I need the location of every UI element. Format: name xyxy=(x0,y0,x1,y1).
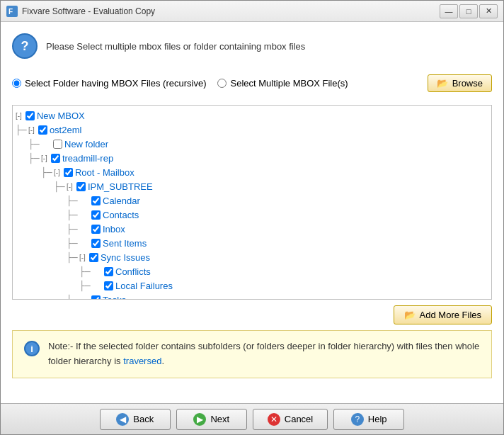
minimize-button[interactable]: — xyxy=(440,4,458,18)
tree-item: ├─Sent Items xyxy=(16,236,488,250)
radio-files-label[interactable]: Select Multiple MBOX File(s) xyxy=(217,78,348,89)
tree-checkbox[interactable] xyxy=(104,267,113,276)
next-label: Next xyxy=(210,414,229,424)
add-more-row: 📂 Add More Files xyxy=(12,305,492,324)
tree-checkbox[interactable] xyxy=(91,196,101,205)
tree-item-label: Calendar xyxy=(103,196,140,206)
add-more-icon: 📂 xyxy=(404,310,416,320)
header-text: Please Select multiple mbox files or fol… xyxy=(46,41,305,52)
bottom-bar: ◀ Back ▶ Next ✕ Cancel ? Help xyxy=(1,403,503,434)
expand-icon[interactable]: [-] xyxy=(54,169,60,176)
back-icon: ◀ xyxy=(116,413,129,426)
note-text-part2: . xyxy=(161,356,164,366)
tree-item-label: Local Failures xyxy=(115,281,173,291)
tree-item-label: Conflicts xyxy=(115,266,151,277)
header-section: ? Please Select multiple mbox files or f… xyxy=(12,33,492,59)
expand-icon[interactable]: [-] xyxy=(79,254,86,261)
restore-button[interactable]: □ xyxy=(459,4,478,18)
tree-item: ├─[-]treadmill-rep xyxy=(16,151,488,165)
help-button[interactable]: ? Help xyxy=(333,409,404,430)
radio-files[interactable] xyxy=(217,79,227,88)
tree-item-label: New MBOX xyxy=(37,111,85,121)
tree-checkbox[interactable] xyxy=(89,253,98,262)
browse-icon: 📂 xyxy=(437,78,448,89)
tree-item: ├─Contacts xyxy=(16,208,488,222)
tree-checkbox[interactable] xyxy=(76,182,86,191)
note-text: Note:- If the selected folder contains s… xyxy=(48,339,480,369)
content-area: ? Please Select multiple mbox files or f… xyxy=(1,22,503,403)
tree-item-label: treadmill-rep xyxy=(62,153,113,164)
back-button[interactable]: ◀ Back xyxy=(100,409,171,430)
tree-checkbox[interactable] xyxy=(91,225,101,234)
tree-checkbox[interactable] xyxy=(91,295,101,300)
expand-icon[interactable]: [-] xyxy=(67,183,73,191)
help-icon: ? xyxy=(351,413,364,426)
add-more-label: Add More Files xyxy=(420,310,481,320)
tree-item: ├─[-]Root - Mailbox xyxy=(16,165,488,179)
expand-icon[interactable]: [-] xyxy=(41,154,47,162)
tree-checkbox[interactable] xyxy=(53,140,62,149)
radio-folder-text: Select Folder having MBOX Files (recursi… xyxy=(25,78,206,89)
tree-checkbox[interactable] xyxy=(91,239,101,248)
note-icon: i xyxy=(24,341,40,356)
tree-item: ├─New folder xyxy=(16,137,488,151)
window-title: Fixvare Software - Evaluation Copy xyxy=(22,6,155,16)
back-label: Back xyxy=(133,414,154,424)
tree-item: ├─Local Failures xyxy=(16,278,488,293)
tree-checkbox[interactable] xyxy=(104,281,113,290)
radio-folder-label[interactable]: Select Folder having MBOX Files (recursi… xyxy=(12,78,206,89)
cancel-button[interactable]: ✕ Cancel xyxy=(253,409,328,430)
tree-item: [-]New MBOX xyxy=(16,108,488,123)
expand-icon[interactable]: [-] xyxy=(16,112,22,120)
tree-item: ├─Tasks xyxy=(16,293,488,300)
cancel-label: Cancel xyxy=(285,414,313,424)
tree-item-label: ost2eml xyxy=(50,125,82,135)
header-icon: ? xyxy=(12,33,38,59)
title-bar-controls: — □ ✕ xyxy=(440,4,498,18)
options-row: Select Folder having MBOX Files (recursi… xyxy=(12,70,492,96)
tree-item: ├─[-]IPM_SUBTREE xyxy=(16,179,488,193)
tree-panel[interactable]: [-]New MBOX├─[-]ost2eml├─New folder├─[-]… xyxy=(12,105,492,300)
tree-item: ├─[-]ost2eml xyxy=(16,123,488,137)
tree-checkbox[interactable] xyxy=(38,125,47,135)
tree-item-label: Root - Mailbox xyxy=(75,167,134,178)
radio-files-text: Select Multiple MBOX File(s) xyxy=(230,78,348,89)
tree-item: ├─[-]Sync Issues xyxy=(16,250,488,264)
tree-item-label: Inbox xyxy=(103,224,125,235)
tree-checkbox[interactable] xyxy=(91,210,101,220)
next-icon: ▶ xyxy=(193,413,206,426)
note-text-part1: Note:- If the selected folder contains s… xyxy=(48,341,479,366)
tree-item: ├─Calendar xyxy=(16,193,488,208)
close-button[interactable]: ✕ xyxy=(479,4,498,18)
add-more-files-button[interactable]: 📂 Add More Files xyxy=(394,305,492,324)
tree-item-label: Tasks xyxy=(103,295,126,300)
tree-item-label: Sync Issues xyxy=(101,252,150,263)
tree-checkbox[interactable] xyxy=(25,111,35,120)
browse-button[interactable]: 📂 Browse xyxy=(428,74,492,92)
browse-label: Browse xyxy=(452,78,483,89)
tree-item: ├─Inbox xyxy=(16,222,488,236)
tree-item: ├─Conflicts xyxy=(16,264,488,278)
tree-item-label: New folder xyxy=(64,139,108,149)
title-bar: F Fixvare Software - Evaluation Copy — □… xyxy=(1,1,503,22)
note-section: i Note:- If the selected folder contains… xyxy=(12,330,492,378)
tree-item-label: Contacts xyxy=(103,210,139,220)
help-label: Help xyxy=(368,414,387,424)
note-traversed: traversed xyxy=(123,356,161,366)
app-icon: F xyxy=(6,6,18,17)
tree-checkbox[interactable] xyxy=(51,154,60,163)
radio-folder[interactable] xyxy=(12,79,21,88)
expand-icon[interactable]: [-] xyxy=(28,126,35,134)
app-window: F Fixvare Software - Evaluation Copy — □… xyxy=(0,0,504,435)
tree-item-label: Sent Items xyxy=(103,238,147,249)
title-bar-left: F Fixvare Software - Evaluation Copy xyxy=(6,6,155,17)
cancel-icon: ✕ xyxy=(268,413,280,426)
next-button[interactable]: ▶ Next xyxy=(176,409,247,430)
tree-item-label: IPM_SUBTREE xyxy=(88,181,153,192)
svg-text:F: F xyxy=(8,8,13,16)
tree-checkbox[interactable] xyxy=(64,168,73,177)
